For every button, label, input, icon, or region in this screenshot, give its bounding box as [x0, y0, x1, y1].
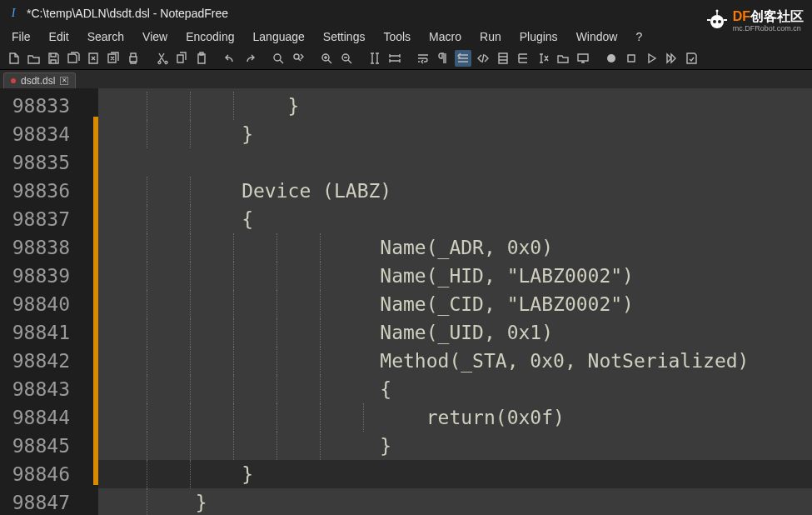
menu-plugins[interactable]: Plugins: [513, 28, 565, 45]
record-icon[interactable]: [603, 50, 620, 67]
svg-point-4: [715, 10, 718, 12]
watermark-logo: DF创客社区 mc.DFRobot.com.cn: [705, 3, 804, 37]
play-fast-icon[interactable]: [663, 50, 680, 67]
menu-encoding[interactable]: Encoding: [179, 28, 241, 45]
zoom-out-icon[interactable]: [338, 50, 355, 67]
logo-brand-white: 创客社区: [750, 9, 804, 23]
redo-icon[interactable]: [242, 50, 258, 67]
save-macro-icon[interactable]: [683, 50, 700, 67]
find-icon[interactable]: [270, 50, 286, 67]
code-line[interactable]: Name(_UID, 0x1): [98, 318, 812, 347]
logo-brand-orange: DF: [733, 9, 750, 23]
svg-rect-5: [707, 19, 710, 21]
play-icon[interactable]: [643, 50, 660, 67]
wrap-icon[interactable]: [415, 50, 431, 67]
line-number-gutter: 9883398834988359883698837988389883998840…: [0, 88, 77, 515]
window-title: *C:\temp\ADLN\dsdt.dsl - NotepadFree: [27, 7, 228, 20]
copy-icon[interactable]: [173, 50, 190, 67]
monitor-icon[interactable]: [575, 50, 591, 67]
tab-dsdt[interactable]: dsdt.dsl ✕: [3, 72, 76, 88]
menu-window[interactable]: Window: [570, 28, 625, 45]
tab-bar: dsdt.dsl ✕: [0, 70, 812, 88]
sync-h-icon[interactable]: [386, 50, 403, 67]
code-line[interactable]: }: [98, 432, 812, 460]
close-all-icon[interactable]: [105, 50, 122, 67]
menu-edit[interactable]: Edit: [42, 28, 76, 45]
cut-icon[interactable]: [153, 50, 170, 67]
logo-url: mc.DFRobot.com.cn: [733, 24, 804, 32]
save-icon[interactable]: [45, 50, 62, 67]
stop-icon[interactable]: [623, 50, 640, 67]
modified-indicator-icon: [11, 78, 16, 83]
menu-bar: FileEditSearchViewEncodingLanguageSettin…: [0, 27, 812, 47]
editor-area[interactable]: 9883398834988359883698837988389883998840…: [0, 88, 812, 515]
menu-search[interactable]: Search: [81, 28, 131, 45]
menu-tools[interactable]: Tools: [376, 28, 417, 45]
code-line[interactable]: [98, 148, 812, 177]
menu-view[interactable]: View: [136, 28, 174, 45]
paste-icon[interactable]: [193, 50, 210, 67]
code-line[interactable]: {: [98, 205, 812, 233]
zoom-in-icon[interactable]: [318, 50, 335, 67]
open-icon[interactable]: [25, 50, 42, 67]
menu-file[interactable]: File: [5, 28, 37, 45]
code-line[interactable]: Device (LABZ): [98, 177, 812, 205]
code-line[interactable]: Name(_CID, "LABZ0002"): [98, 290, 812, 318]
tab-filename: dsdt.dsl: [21, 75, 55, 87]
menu-macro[interactable]: Macro: [422, 28, 468, 45]
code-line[interactable]: Name(_HID, "LABZ0002"): [98, 262, 812, 290]
sync-v-icon[interactable]: [366, 50, 383, 67]
svg-point-0: [710, 15, 724, 28]
fx-icon[interactable]: [535, 50, 551, 67]
doc-map-icon[interactable]: [495, 50, 511, 67]
code-line[interactable]: Name(_ADR, 0x0): [98, 233, 812, 262]
menu-help[interactable]: ?: [629, 28, 649, 45]
marker-margin: [77, 88, 93, 515]
code-view[interactable]: } } Device (LABZ) { Name(_ADR, 0x0) Name…: [98, 88, 812, 515]
svg-point-7: [607, 54, 615, 62]
svg-point-2: [718, 20, 721, 23]
menu-language[interactable]: Language: [247, 28, 311, 45]
code-line[interactable]: }: [98, 488, 812, 515]
close-icon[interactable]: [85, 50, 102, 67]
func-list-icon[interactable]: [515, 50, 531, 67]
code-line[interactable]: Method(_STA, 0x0, NotSerialized): [98, 347, 812, 375]
replace-icon[interactable]: [290, 50, 306, 67]
menu-run[interactable]: Run: [473, 28, 508, 45]
code-icon[interactable]: [475, 50, 491, 67]
code-line[interactable]: {: [98, 375, 812, 403]
svg-point-1: [713, 20, 716, 23]
code-line[interactable]: }: [98, 460, 812, 488]
undo-icon[interactable]: [222, 50, 238, 67]
svg-rect-6: [724, 19, 727, 21]
toolbar: [0, 47, 812, 70]
code-line[interactable]: }: [98, 92, 812, 120]
code-line[interactable]: return(0x0f): [98, 403, 812, 432]
tab-close-icon[interactable]: ✕: [60, 77, 68, 85]
app-icon: I: [7, 7, 20, 20]
new-file-icon[interactable]: [5, 50, 22, 67]
title-bar: I *C:\temp\ADLN\dsdt.dsl - NotepadFree: [0, 0, 812, 27]
save-all-icon[interactable]: [65, 50, 82, 67]
pilcrow-icon[interactable]: [435, 50, 451, 67]
indent-guide-icon[interactable]: [455, 50, 471, 67]
folder-icon[interactable]: [555, 50, 571, 67]
robot-icon: [705, 9, 730, 31]
code-line[interactable]: }: [98, 120, 812, 148]
print-icon[interactable]: [125, 50, 142, 67]
menu-settings[interactable]: Settings: [316, 28, 372, 45]
